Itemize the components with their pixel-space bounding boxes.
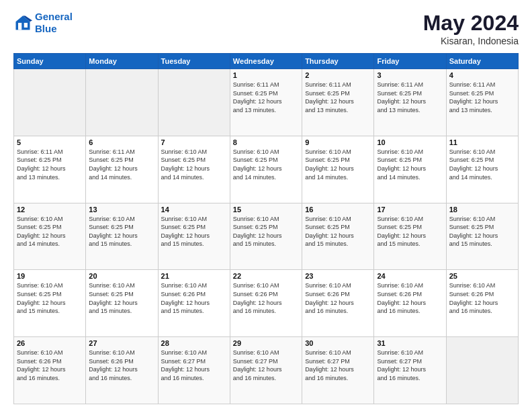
- logo-line2: Blue: [35, 23, 57, 34]
- calendar-cell: 11Sunrise: 6:10 AM Sunset: 6:25 PM Dayli…: [446, 136, 518, 203]
- day-number: 8: [233, 138, 299, 146]
- col-sunday: Sunday: [14, 54, 86, 69]
- day-number: 17: [377, 205, 443, 214]
- header: General Blue May 2024 Kisaran, Indonesia: [13, 11, 519, 46]
- page: General Blue May 2024 Kisaran, Indonesia…: [0, 0, 532, 411]
- calendar-cell: 10Sunrise: 6:10 AM Sunset: 6:25 PM Dayli…: [374, 136, 446, 203]
- logo-line1: General: [35, 11, 73, 22]
- week-row-1: 1Sunrise: 6:11 AM Sunset: 6:25 PM Daylig…: [14, 69, 519, 136]
- col-wednesday: Wednesday: [230, 54, 302, 69]
- calendar-cell: 4Sunrise: 6:11 AM Sunset: 6:25 PM Daylig…: [446, 69, 518, 136]
- day-number: 7: [161, 138, 227, 146]
- calendar-cell: [86, 69, 158, 136]
- day-number: 11: [449, 138, 515, 146]
- calendar-cell: 24Sunrise: 6:10 AM Sunset: 6:26 PM Dayli…: [374, 270, 446, 337]
- logo-text: General Blue: [35, 11, 73, 35]
- day-number: 9: [305, 138, 371, 146]
- title-block: May 2024 Kisaran, Indonesia: [423, 11, 519, 46]
- day-info: Sunrise: 6:10 AM Sunset: 6:26 PM Dayligh…: [377, 281, 443, 315]
- calendar-cell: 2Sunrise: 6:11 AM Sunset: 6:25 PM Daylig…: [302, 69, 374, 136]
- day-info: Sunrise: 6:11 AM Sunset: 6:25 PM Dayligh…: [305, 81, 371, 114]
- day-number: 12: [17, 205, 83, 214]
- calendar-cell: [14, 69, 86, 136]
- col-monday: Monday: [86, 54, 158, 69]
- day-info: Sunrise: 6:10 AM Sunset: 6:27 PM Dayligh…: [161, 349, 227, 382]
- day-info: Sunrise: 6:11 AM Sunset: 6:25 PM Dayligh…: [89, 148, 154, 181]
- day-info: Sunrise: 6:10 AM Sunset: 6:27 PM Dayligh…: [233, 349, 299, 382]
- month-year: May 2024: [423, 11, 519, 36]
- day-number: 3: [377, 71, 443, 79]
- day-number: 21: [161, 272, 227, 280]
- day-number: 29: [233, 339, 299, 347]
- svg-rect-3: [24, 23, 28, 28]
- day-info: Sunrise: 6:10 AM Sunset: 6:25 PM Dayligh…: [305, 215, 371, 248]
- day-number: 6: [89, 138, 154, 146]
- day-info: Sunrise: 6:10 AM Sunset: 6:25 PM Dayligh…: [233, 215, 299, 248]
- calendar-cell: 19Sunrise: 6:10 AM Sunset: 6:25 PM Dayli…: [14, 270, 86, 337]
- day-info: Sunrise: 6:10 AM Sunset: 6:25 PM Dayligh…: [17, 281, 83, 315]
- day-info: Sunrise: 6:10 AM Sunset: 6:25 PM Dayligh…: [305, 148, 371, 181]
- calendar-cell: 1Sunrise: 6:11 AM Sunset: 6:25 PM Daylig…: [230, 69, 302, 136]
- day-info: Sunrise: 6:10 AM Sunset: 6:25 PM Dayligh…: [161, 215, 227, 248]
- day-number: 23: [305, 272, 371, 280]
- day-number: 4: [449, 71, 515, 79]
- day-number: 15: [233, 205, 299, 214]
- col-thursday: Thursday: [302, 54, 374, 69]
- week-row-2: 5Sunrise: 6:11 AM Sunset: 6:25 PM Daylig…: [14, 136, 519, 203]
- day-info: Sunrise: 6:10 AM Sunset: 6:25 PM Dayligh…: [377, 148, 443, 181]
- day-number: 22: [233, 272, 299, 280]
- day-info: Sunrise: 6:10 AM Sunset: 6:26 PM Dayligh…: [449, 281, 515, 315]
- calendar-cell: 9Sunrise: 6:10 AM Sunset: 6:25 PM Daylig…: [302, 136, 374, 203]
- calendar-cell: 3Sunrise: 6:11 AM Sunset: 6:25 PM Daylig…: [374, 69, 446, 136]
- calendar-cell: 27Sunrise: 6:10 AM Sunset: 6:26 PM Dayli…: [86, 337, 158, 404]
- calendar-cell: 14Sunrise: 6:10 AM Sunset: 6:25 PM Dayli…: [158, 203, 230, 270]
- calendar-header-row: Sunday Monday Tuesday Wednesday Thursday…: [14, 54, 519, 69]
- calendar-cell: 30Sunrise: 6:10 AM Sunset: 6:27 PM Dayli…: [302, 337, 374, 404]
- location: Kisaran, Indonesia: [423, 36, 519, 46]
- col-tuesday: Tuesday: [158, 54, 230, 69]
- day-info: Sunrise: 6:10 AM Sunset: 6:27 PM Dayligh…: [305, 349, 371, 382]
- calendar-cell: 5Sunrise: 6:11 AM Sunset: 6:25 PM Daylig…: [14, 136, 86, 203]
- day-info: Sunrise: 6:11 AM Sunset: 6:25 PM Dayligh…: [17, 148, 83, 181]
- day-info: Sunrise: 6:11 AM Sunset: 6:25 PM Dayligh…: [449, 81, 515, 114]
- day-number: 19: [17, 272, 83, 280]
- calendar-cell: 25Sunrise: 6:10 AM Sunset: 6:26 PM Dayli…: [446, 270, 518, 337]
- calendar-cell: 23Sunrise: 6:10 AM Sunset: 6:26 PM Dayli…: [302, 270, 374, 337]
- day-info: Sunrise: 6:10 AM Sunset: 6:25 PM Dayligh…: [17, 215, 83, 248]
- calendar-cell: 12Sunrise: 6:10 AM Sunset: 6:25 PM Dayli…: [14, 203, 86, 270]
- calendar-cell: 7Sunrise: 6:10 AM Sunset: 6:25 PM Daylig…: [158, 136, 230, 203]
- calendar-cell: 31Sunrise: 6:10 AM Sunset: 6:27 PM Dayli…: [374, 337, 446, 404]
- calendar-cell: 8Sunrise: 6:10 AM Sunset: 6:25 PM Daylig…: [230, 136, 302, 203]
- day-info: Sunrise: 6:10 AM Sunset: 6:25 PM Dayligh…: [233, 148, 299, 181]
- day-number: 5: [17, 138, 83, 146]
- day-info: Sunrise: 6:10 AM Sunset: 6:26 PM Dayligh…: [305, 281, 371, 315]
- day-info: Sunrise: 6:10 AM Sunset: 6:26 PM Dayligh…: [17, 349, 83, 382]
- day-number: 1: [233, 71, 299, 79]
- week-row-5: 26Sunrise: 6:10 AM Sunset: 6:26 PM Dayli…: [14, 337, 519, 404]
- day-info: Sunrise: 6:10 AM Sunset: 6:26 PM Dayligh…: [161, 281, 227, 315]
- svg-rect-2: [18, 23, 21, 30]
- day-info: Sunrise: 6:11 AM Sunset: 6:25 PM Dayligh…: [377, 81, 443, 114]
- day-info: Sunrise: 6:10 AM Sunset: 6:25 PM Dayligh…: [449, 215, 515, 248]
- day-number: 14: [161, 205, 227, 214]
- logo-icon: [13, 13, 32, 32]
- day-info: Sunrise: 6:10 AM Sunset: 6:25 PM Dayligh…: [449, 148, 515, 181]
- day-number: 25: [449, 272, 515, 280]
- calendar-cell: 6Sunrise: 6:11 AM Sunset: 6:25 PM Daylig…: [86, 136, 158, 203]
- day-info: Sunrise: 6:10 AM Sunset: 6:26 PM Dayligh…: [233, 281, 299, 315]
- calendar-cell: 28Sunrise: 6:10 AM Sunset: 6:27 PM Dayli…: [158, 337, 230, 404]
- calendar-cell: 20Sunrise: 6:10 AM Sunset: 6:25 PM Dayli…: [86, 270, 158, 337]
- day-info: Sunrise: 6:10 AM Sunset: 6:26 PM Dayligh…: [89, 349, 154, 382]
- day-number: 27: [89, 339, 154, 347]
- day-number: 20: [89, 272, 154, 280]
- calendar-cell: [158, 69, 230, 136]
- day-number: 10: [377, 138, 443, 146]
- day-info: Sunrise: 6:10 AM Sunset: 6:25 PM Dayligh…: [89, 281, 154, 315]
- calendar: Sunday Monday Tuesday Wednesday Thursday…: [13, 53, 519, 404]
- day-info: Sunrise: 6:10 AM Sunset: 6:27 PM Dayligh…: [377, 349, 443, 382]
- calendar-cell: 22Sunrise: 6:10 AM Sunset: 6:26 PM Dayli…: [230, 270, 302, 337]
- calendar-cell: 18Sunrise: 6:10 AM Sunset: 6:25 PM Dayli…: [446, 203, 518, 270]
- day-number: 31: [377, 339, 443, 347]
- day-number: 30: [305, 339, 371, 347]
- calendar-cell: [446, 337, 518, 404]
